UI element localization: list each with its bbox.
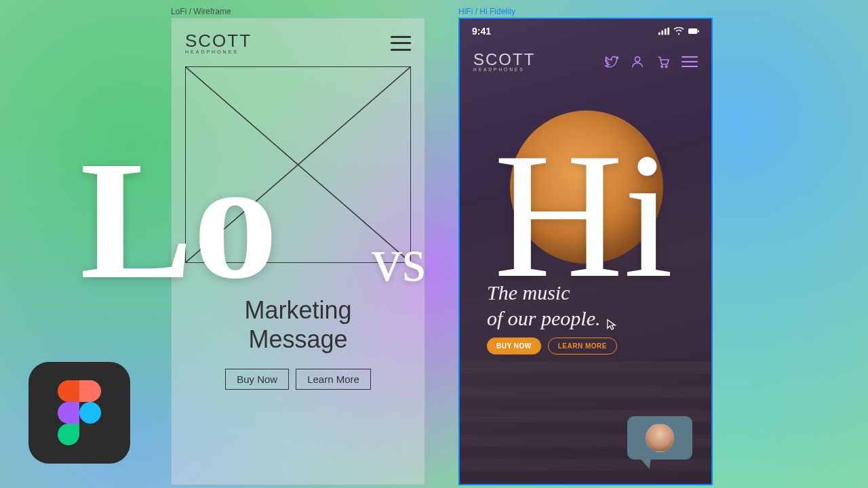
frame-label-lofi[interactable]: LoFi / Wireframe — [171, 7, 231, 16]
hifi-header: SCOTT HEADPHONES — [460, 41, 711, 73]
heading-line-1: The music — [487, 280, 600, 306]
lofi-button-row: Buy Now Learn More — [185, 369, 411, 390]
figma-canvas[interactable]: LoFi / Wireframe HiFi / Hi Fidelity SCOT… — [0, 0, 868, 488]
hamburger-icon[interactable] — [682, 56, 698, 67]
chat-bubble[interactable] — [627, 416, 692, 460]
svg-point-8 — [635, 57, 639, 62]
heading-line-2: of our people. — [487, 306, 600, 331]
hifi-hero-heading: The music of our people. — [487, 280, 600, 331]
cart-icon[interactable] — [656, 54, 671, 69]
hifi-button-row: BUY NOW LEARN MORE — [487, 338, 617, 354]
buy-now-button[interactable]: BUY NOW — [487, 338, 541, 354]
figma-logo-badge — [28, 362, 130, 464]
lofi-header: SCOTT HEADPHONES — [185, 32, 411, 54]
cellular-icon — [658, 27, 669, 35]
status-bar: 9:41 — [460, 19, 711, 41]
buy-now-button[interactable]: Buy Now — [225, 369, 289, 390]
hifi-frame[interactable]: 9:41 SCOTT HEADPHONES The music of — [458, 18, 713, 485]
brand-name: SCOTT — [185, 32, 252, 49]
cursor-icon — [606, 319, 618, 331]
user-icon[interactable] — [630, 54, 645, 69]
svg-rect-4 — [665, 28, 667, 35]
frame-label-hifi[interactable]: HiFi / Hi Fidelity — [458, 7, 515, 16]
svg-rect-6 — [688, 28, 697, 34]
learn-more-button[interactable]: LEARN MORE — [548, 338, 617, 354]
status-icons — [658, 27, 699, 35]
avatar — [646, 424, 674, 452]
svg-rect-2 — [658, 33, 660, 35]
svg-point-9 — [661, 66, 663, 68]
header-icon-row — [604, 54, 698, 69]
svg-rect-3 — [661, 30, 663, 35]
brand-logo: SCOTT HEADPHONES — [185, 32, 252, 54]
lofi-frame[interactable]: SCOTT HEADPHONES Marketing Message Buy N… — [171, 18, 425, 485]
brand-name: SCOTT — [473, 52, 535, 68]
heading-line-2: Message — [185, 325, 411, 354]
wifi-icon — [673, 27, 684, 35]
twitter-icon[interactable] — [604, 54, 619, 69]
hero-image — [510, 110, 663, 264]
status-time: 9:41 — [472, 26, 491, 37]
svg-rect-7 — [698, 30, 699, 32]
battery-icon — [688, 27, 699, 35]
svg-rect-5 — [667, 28, 669, 35]
title-overlay: Lo vs Hi — [0, 0, 868, 488]
learn-more-button[interactable]: Learn More — [296, 369, 371, 390]
brand-logo: SCOTT HEADPHONES — [473, 52, 535, 73]
image-placeholder — [185, 66, 411, 263]
figma-logo-icon — [58, 380, 101, 445]
hamburger-icon[interactable] — [391, 36, 411, 51]
heading-line-1: Marketing — [185, 296, 411, 325]
svg-point-10 — [665, 66, 667, 68]
lofi-marketing-heading: Marketing Message — [185, 296, 411, 354]
